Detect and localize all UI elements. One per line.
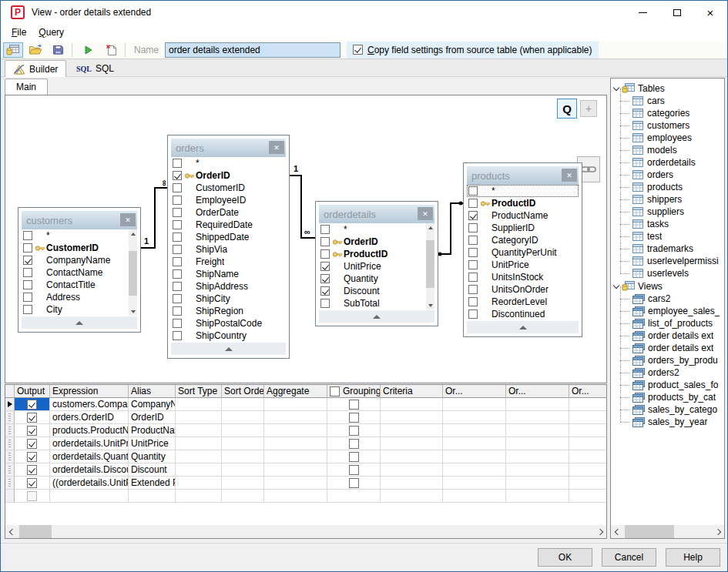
field-row-CompanyName[interactable]: CompanyName [22, 254, 129, 266]
field-checkbox[interactable] [320, 274, 330, 283]
field-checkbox[interactable] [173, 245, 182, 254]
empty-cell[interactable] [443, 490, 506, 503]
grid-column-header-criteria[interactable]: Criteria [381, 385, 443, 398]
table-close-button[interactable]: ✕ [269, 141, 284, 154]
field-row-UnitsOnOrder[interactable]: UnitsOnOrder [467, 283, 579, 296]
save-button[interactable] [48, 42, 68, 58]
grid-column-header-expression[interactable]: Expression [50, 385, 129, 398]
field-checkbox[interactable] [173, 294, 182, 303]
field-checkbox[interactable] [23, 280, 32, 289]
grid-column-header-or[interactable]: Or... [443, 385, 506, 398]
field-checkbox[interactable] [468, 285, 478, 294]
table-close-button[interactable]: ✕ [418, 207, 433, 220]
scroll-left-button[interactable] [5, 525, 18, 538]
or-cell[interactable] [569, 437, 607, 450]
criteria-cell[interactable] [381, 437, 443, 450]
criteria-cell[interactable] [381, 411, 443, 424]
sort-order-cell[interactable] [222, 424, 264, 437]
field-checkbox[interactable] [173, 159, 182, 168]
sort-type-cell[interactable] [176, 398, 222, 411]
field-checkbox[interactable] [468, 186, 478, 196]
execute-button[interactable] [79, 42, 99, 58]
or-cell[interactable] [443, 398, 506, 411]
or-cell[interactable] [506, 463, 569, 477]
field-row-Freight[interactable]: Freight [171, 256, 286, 268]
field-row-EmployeeID[interactable]: EmployeeID [171, 194, 286, 206]
field-checkbox[interactable] [468, 260, 478, 269]
field-list-scrollbar[interactable] [426, 223, 434, 309]
row-marker[interactable] [5, 398, 15, 411]
or-cell[interactable] [443, 411, 506, 424]
field-row-City[interactable]: City [22, 303, 129, 316]
scroll-right-button[interactable] [593, 525, 606, 538]
grid-horizontal-scrollbar[interactable] [5, 525, 606, 538]
tab-sql[interactable]: SQL SQL [69, 60, 122, 77]
output-checkbox[interactable] [27, 439, 37, 449]
field-row-ShippedDate[interactable]: ShippedDate [171, 231, 286, 243]
tree-item-sales-by-catego[interactable]: sales_by_catego [611, 403, 724, 416]
field-checkbox[interactable] [23, 268, 32, 277]
expression-cell[interactable]: orderdetails.Discoun [50, 463, 129, 477]
alias-cell[interactable]: CompanyNa [129, 398, 176, 411]
grouping-cell[interactable] [327, 463, 381, 477]
field-row-Discontinued[interactable]: Discontinued [467, 308, 579, 320]
alias-cell[interactable]: Extended Pr [129, 477, 176, 490]
grid-column-header-grouping[interactable]: Grouping [327, 385, 381, 398]
field-checkbox[interactable] [173, 220, 182, 229]
expression-cell[interactable]: products.ProductNam [50, 424, 129, 437]
empty-cell[interactable] [222, 490, 264, 503]
grid-column-header-aggregate[interactable]: Aggregate [264, 385, 327, 398]
field-checkbox[interactable] [320, 286, 330, 296]
tree-item-product-sales-fo[interactable]: product_sales_fo [611, 379, 724, 391]
field-row-ReorderLevel[interactable]: ReorderLevel [467, 296, 579, 308]
output-cell[interactable] [15, 398, 50, 411]
grouping-checkbox[interactable] [349, 439, 359, 449]
field-row-QuantityPerUnit[interactable]: QuantityPerUnit [467, 246, 579, 259]
empty-cell[interactable] [327, 490, 381, 503]
tree-item-test[interactable]: test [611, 230, 724, 243]
field-row-ShipCity[interactable]: ShipCity [171, 293, 286, 305]
output-cell[interactable] [15, 437, 50, 450]
or-cell[interactable] [443, 450, 506, 463]
tree-item-products[interactable]: products [611, 181, 724, 193]
or-cell[interactable] [506, 411, 569, 424]
field-row-CustomerID[interactable]: CustomerID [22, 242, 129, 254]
field-row-RequiredDate[interactable]: RequiredDate [171, 219, 286, 231]
field-row-ProductID[interactable]: ProductID [319, 248, 426, 260]
field-checkbox[interactable] [173, 196, 182, 205]
output-checkbox[interactable] [27, 478, 37, 488]
scroll-left-button[interactable] [611, 525, 624, 538]
expression-cell[interactable]: orderdetails.Quantit [50, 450, 129, 463]
field-checkbox[interactable] [173, 319, 182, 328]
tab-main[interactable]: Main [5, 79, 48, 95]
or-cell[interactable] [569, 411, 607, 424]
sort-order-cell[interactable] [222, 411, 264, 424]
field-list-scrollbar[interactable] [129, 229, 137, 316]
scroll-thumb[interactable] [129, 251, 137, 296]
sort-type-cell[interactable] [176, 424, 222, 437]
tree-item-customers[interactable]: customers [611, 119, 724, 132]
field-checkbox[interactable] [468, 211, 478, 220]
or-cell[interactable] [506, 398, 569, 411]
alias-cell[interactable]: UnitPrice [129, 437, 176, 450]
tree-item-employee-sales-[interactable]: employee_sales_ [611, 305, 724, 317]
tree-item-orders-by-produ[interactable]: orders_by_produ [611, 354, 724, 366]
field-row-Quantity[interactable]: Quantity [319, 273, 426, 285]
grid-column-header-output[interactable]: Output [15, 385, 50, 398]
table-close-button[interactable]: ✕ [562, 169, 577, 182]
tree-item-orders2[interactable]: orders2 [611, 366, 724, 379]
output-cell[interactable] [15, 477, 50, 490]
row-marker[interactable] [5, 424, 15, 437]
grouping-checkbox[interactable] [349, 465, 359, 475]
field-checkbox[interactable] [468, 297, 478, 306]
field-row-ShipName[interactable]: ShipName [171, 268, 286, 280]
or-cell[interactable] [443, 477, 506, 490]
field-row-ContactTitle[interactable]: ContactTitle [22, 279, 129, 291]
table-collapse-strip[interactable] [171, 343, 286, 355]
field-row-UnitPrice[interactable]: UnitPrice [319, 260, 426, 273]
grid-column-header-alias[interactable]: Alias [129, 385, 176, 398]
output-checkbox[interactable] [27, 452, 37, 462]
field-row-ShipPostalCode[interactable]: ShipPostalCode [171, 317, 286, 329]
field-checkbox[interactable] [23, 231, 32, 240]
sort-order-cell[interactable] [222, 477, 264, 490]
